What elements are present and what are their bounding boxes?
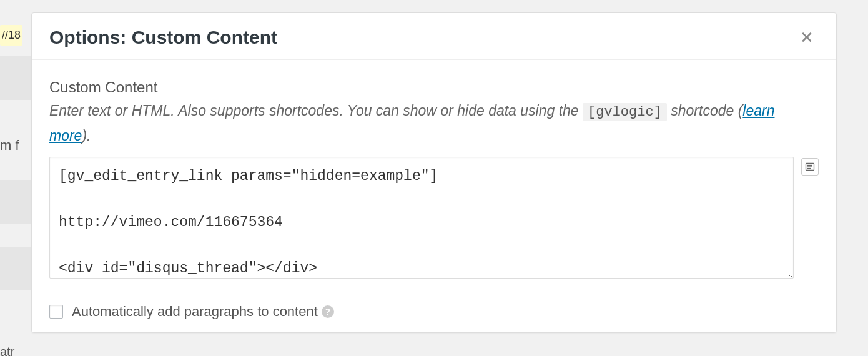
options-modal: Options: Custom Content ✕ Custom Content… — [31, 12, 837, 333]
description-text: shortcode ( — [671, 102, 742, 119]
auto-paragraphs-checkbox[interactable] — [49, 305, 63, 319]
background-row — [0, 56, 31, 100]
background-text-fragment: atr — [0, 345, 14, 356]
section-heading: Custom Content — [49, 79, 819, 96]
modal-header: Options: Custom Content ✕ — [32, 13, 836, 60]
help-icon[interactable]: ? — [322, 305, 334, 318]
background-row — [0, 180, 31, 224]
auto-paragraphs-label[interactable]: Automatically add paragraphs to content … — [72, 304, 334, 320]
close-icon: ✕ — [800, 28, 814, 47]
checkbox-label-text: Automatically add paragraphs to content — [72, 304, 318, 320]
merge-tag-button[interactable] — [801, 158, 819, 176]
custom-content-textarea[interactable] — [49, 157, 794, 279]
background-text-fragment: //18 — [0, 25, 22, 46]
merge-tag-icon — [805, 162, 815, 172]
modal-body: Custom Content Enter text or HTML. Also … — [32, 60, 836, 332]
description-text: ). — [82, 127, 91, 144]
background-text-fragment: m f — [0, 137, 19, 154]
modal-title: Options: Custom Content — [49, 27, 277, 48]
background-row — [0, 247, 31, 290]
section-description: Enter text or HTML. Also supports shortc… — [49, 99, 819, 148]
close-button[interactable]: ✕ — [795, 27, 819, 48]
textarea-row — [49, 157, 819, 279]
description-text: Enter text or HTML. Also supports shortc… — [49, 102, 583, 119]
shortcode-chip: [gvlogic] — [583, 103, 667, 121]
checkbox-row: Automatically add paragraphs to content … — [49, 304, 819, 320]
